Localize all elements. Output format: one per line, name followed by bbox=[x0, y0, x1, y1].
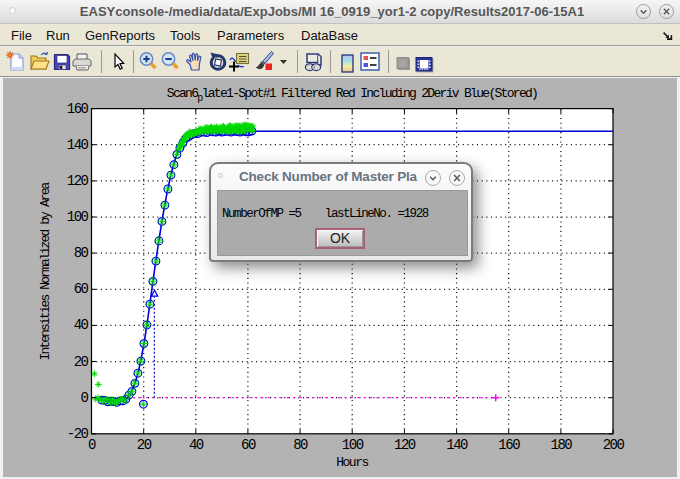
svg-text:200: 200 bbox=[603, 437, 625, 453]
svg-text:40: 40 bbox=[189, 437, 204, 453]
svg-text:-20: -20 bbox=[67, 426, 89, 442]
svg-text:140: 140 bbox=[446, 437, 468, 453]
svg-text:0: 0 bbox=[88, 437, 96, 453]
svg-text:20: 20 bbox=[137, 437, 152, 453]
svg-text:160: 160 bbox=[67, 101, 89, 117]
svg-text:100: 100 bbox=[67, 209, 89, 225]
svg-text:80: 80 bbox=[74, 245, 89, 261]
svg-text:Intensities Normalized by Area: Intensities Normalized by Area bbox=[38, 181, 53, 360]
svg-text:120: 120 bbox=[394, 437, 416, 453]
svg-text:180: 180 bbox=[551, 437, 573, 453]
svg-text:Scan6plate1-Spot#1 Filtered Re: Scan6plate1-Spot#1 Filtered Red Includin… bbox=[167, 86, 537, 104]
svg-text:0: 0 bbox=[81, 390, 89, 406]
svg-text:120: 120 bbox=[67, 173, 89, 189]
svg-text:Hours: Hours bbox=[336, 455, 368, 470]
svg-text:100: 100 bbox=[342, 437, 364, 453]
svg-text:140: 140 bbox=[67, 137, 89, 153]
svg-text:60: 60 bbox=[74, 281, 89, 297]
svg-text:160: 160 bbox=[498, 437, 520, 453]
svg-text:40: 40 bbox=[74, 317, 89, 333]
svg-text:60: 60 bbox=[241, 437, 256, 453]
svg-text:20: 20 bbox=[74, 354, 89, 370]
svg-text:80: 80 bbox=[293, 437, 308, 453]
